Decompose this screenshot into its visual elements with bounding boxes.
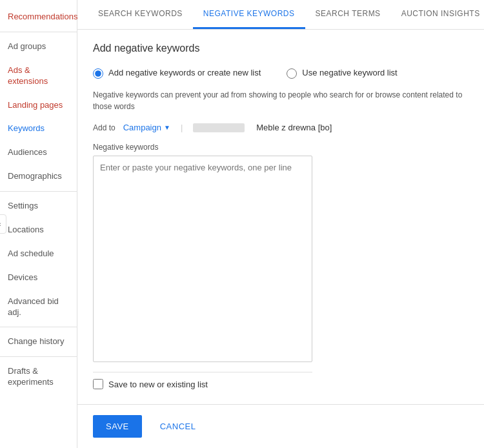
- radio-add-input[interactable]: [93, 68, 103, 79]
- sidebar-divider-1: [0, 32, 77, 32]
- save-to-list-label: Save to new or existing list: [108, 380, 208, 389]
- description-text: Negative keywords can prevent your ad fr…: [93, 89, 469, 112]
- sidebar-item-demographics[interactable]: Demographics: [0, 165, 77, 188]
- keywords-field-label: Negative keywords: [93, 143, 469, 152]
- tab-search-keywords[interactable]: SEARCH KEYWORDS: [88, 0, 193, 29]
- sidebar-item-ad-groups[interactable]: Ad groups: [0, 35, 77, 59]
- sidebar-divider-3: [0, 327, 77, 327]
- sidebar-item-advanced-bid[interactable]: Advanced bid adj.: [0, 290, 77, 325]
- save-button[interactable]: SAVE: [93, 415, 142, 438]
- radio-option-use-list[interactable]: Use negative keyword list: [287, 67, 397, 79]
- sidebar-item-audiences[interactable]: Audiences: [0, 141, 77, 165]
- campaign-name-blur: [193, 123, 245, 132]
- radio-option-add[interactable]: Add negative keywords or create new list: [93, 67, 261, 79]
- tab-bar: SEARCH KEYWORDS NEGATIVE KEYWORDS SEARCH…: [77, 0, 484, 30]
- radio-use-list-input[interactable]: [287, 68, 297, 79]
- sidebar-item-settings[interactable]: Settings: [0, 194, 77, 218]
- sidebar-toggle[interactable]: ‹: [0, 214, 6, 234]
- add-to-row: Add to Campaign ▼ | Meble z drewna [bo]: [93, 123, 469, 132]
- radio-group: Add negative keywords or create new list…: [93, 67, 469, 79]
- pipe-divider: |: [181, 123, 183, 132]
- tab-auction-insights[interactable]: AUCTION INSIGHTS: [391, 0, 484, 29]
- sidebar: ‹ Recommendations Ad groups Ads & extens…: [0, 0, 77, 448]
- campaign-select-button[interactable]: Campaign ▼: [123, 123, 170, 132]
- tab-search-terms[interactable]: SEARCH TERMS: [305, 0, 391, 29]
- radio-add-label: Add negative keywords or create new list: [108, 67, 261, 79]
- sidebar-divider-4: [0, 356, 77, 357]
- content-area: Add negative keywords Add negative keywo…: [77, 30, 484, 404]
- radio-use-list-label: Use negative keyword list: [302, 67, 397, 79]
- sidebar-item-drafts-experiments[interactable]: Drafts & experiments: [0, 360, 77, 394]
- sidebar-item-devices[interactable]: Devices: [0, 266, 77, 290]
- sidebar-item-ad-schedule[interactable]: Ad schedule: [0, 242, 77, 266]
- save-to-list-checkbox[interactable]: [93, 379, 103, 389]
- save-to-list-row: Save to new or existing list: [93, 372, 312, 396]
- sidebar-item-ads-extensions[interactable]: Ads & extensions: [0, 59, 77, 94]
- chevron-down-icon: ▼: [164, 124, 170, 131]
- cancel-button[interactable]: CANCEL: [150, 415, 207, 438]
- sidebar-item-change-history[interactable]: Change history: [0, 330, 77, 354]
- sidebar-item-locations[interactable]: Locations: [0, 218, 77, 242]
- footer: SAVE CANCEL: [77, 404, 484, 448]
- tab-negative-keywords[interactable]: NEGATIVE KEYWORDS: [193, 0, 305, 29]
- sidebar-item-recommendations[interactable]: Recommendations: [0, 5, 77, 29]
- sidebar-divider-2: [0, 191, 77, 192]
- campaign-name-text: Meble z drewna [bo]: [256, 123, 332, 132]
- sidebar-item-landing-pages[interactable]: Landing pages: [0, 94, 77, 117]
- add-to-label: Add to: [93, 123, 116, 132]
- page-title: Add negative keywords: [93, 43, 469, 54]
- negative-keywords-textarea[interactable]: [93, 156, 312, 362]
- sidebar-item-keywords[interactable]: Keywords: [0, 117, 77, 141]
- main-panel: SEARCH KEYWORDS NEGATIVE KEYWORDS SEARCH…: [77, 0, 484, 448]
